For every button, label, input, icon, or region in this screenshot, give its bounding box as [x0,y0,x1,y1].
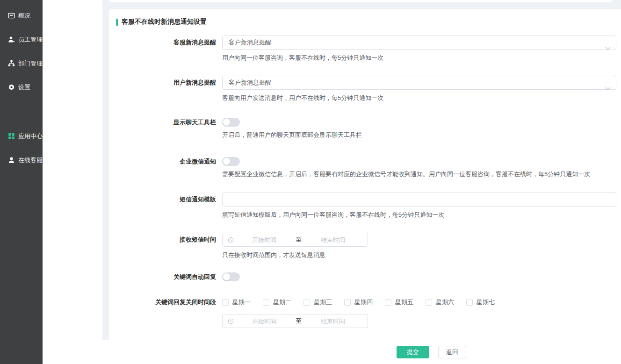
department-icon [7,60,15,67]
checkbox-thursday[interactable]: 星期四 [344,298,373,307]
settings-card: 客服不在线时新消息通知设置 客服新消息提醒 客户新消息提醒 用户向同一位客服咨询… [109,9,621,340]
wecom-notify-switch[interactable] [222,157,240,166]
field-label: 接收短信时间 [109,233,216,247]
app-grid-icon [7,133,15,140]
checkbox-monday[interactable]: 星期一 [222,298,251,307]
sidebar-item-label: 员工管理 [18,36,43,44]
start-time-input[interactable] [234,236,295,243]
checkbox-label: 星期一 [232,298,251,307]
field-helper: 填写短信通知模版后，用户向同一位客服咨询，客服不在线时，每5分钟只通知一次 [222,211,616,219]
agent-new-message-select[interactable]: 客户新消息提醒 [222,36,616,50]
section-title: 客服不在线时新消息通知设置 [116,18,621,26]
checkbox-sunday[interactable]: 星期七 [466,298,495,307]
field-helper: 只在接收时间范围内，才发送短息消息 [222,251,616,259]
field-label: 用户新消息提醒 [109,76,216,90]
checkbox-label: 星期三 [314,298,332,307]
sidebar-item-departments[interactable]: 部门管理 [0,51,43,75]
checkbox-box [303,299,310,306]
checkbox-friday[interactable]: 星期五 [385,298,413,307]
checkbox-box [344,299,351,306]
start-time-input[interactable] [234,318,295,325]
keyword-autoreply-switch[interactable] [222,272,240,281]
checkbox-label: 星期六 [436,298,454,307]
form-row-keyword-close-period: 关键词回复关闭时间段 星期一 星期二 星期三 星期四 星期五 星期六 星期七 [109,298,621,328]
switch-knob [223,158,230,165]
main-sidebar: 概况 员工管理 部门管理 设置 [0,0,43,364]
sidebar-item-app-center[interactable]: 应用中心 [0,124,43,148]
field-helper: 开启后，普通用户的聊天页面底部会显示聊天工具栏 [222,131,616,139]
clock-icon [228,318,234,324]
section-title-text: 客服不在线时新消息通知设置 [122,18,207,26]
gear-icon [7,84,15,91]
field-label: 客服新消息提醒 [109,36,216,50]
sidebar-item-overview[interactable]: 概况 [0,4,43,28]
form-row-wecom-notify: 企业微信通知 需要配置企业微信信息，开启后，客服要有对应的企业微信号才能收到通知… [109,157,621,178]
sidebar-item-label: 应用中心 [18,132,43,141]
keyword-time-range-picker[interactable]: 至 [222,314,368,328]
checkbox-tuesday[interactable]: 星期二 [263,298,291,307]
submit-button[interactable]: 提交 [397,346,429,358]
sms-template-input[interactable] [222,193,616,207]
checkbox-label: 星期四 [354,298,373,307]
checkbox-label: 星期七 [477,298,495,307]
range-separator: 至 [295,236,303,244]
section-accent-bar [116,19,118,26]
form-row-show-chat-toolbar: 显示聊天工具栏 开启后，普通用户的聊天页面底部会显示聊天工具栏 [109,118,621,139]
field-label: 短信通知模版 [109,193,216,207]
switch-knob [223,119,230,126]
chevron-down-icon [605,82,611,95]
form-row-sms-receive-time: 接收短信时间 至 只在接收时间范围内，才发送短息消息 [109,233,621,259]
footer-action-bar: 提交 返回 [102,340,621,364]
field-label: 显示聊天工具栏 [109,118,216,127]
chart-icon [7,12,15,20]
page: 概况 员工管理 部门管理 设置 [0,0,621,364]
clock-icon [228,237,234,243]
field-helper: 需要配置企业微信信息，开启后，客服要有对应的企业微信号才能收到通知。用户向同一位… [222,170,616,178]
workspace: 客服不在线时新消息通知设置 客服新消息提醒 客户新消息提醒 用户向同一位客服咨询… [102,0,621,364]
sidebar-item-label: 部门管理 [18,59,43,68]
field-label: 关键词自动回复 [109,272,216,281]
range-separator: 至 [295,317,303,325]
form-row-user-new-message: 用户新消息提醒 客户新消息提醒 客服向用户发送消息时，用户不在线时，每5分钟只通… [109,76,621,102]
top-card-edge [109,0,613,2]
sidebar-item-label: 在线客服 [18,156,43,164]
select-value: 客户新消息提醒 [229,39,271,46]
form-row-sms-template: 短信通知模版 填写短信通知模版后，用户向同一位客服咨询，客服不在线时，每5分钟只… [109,193,621,219]
checkbox-box [466,299,473,306]
sms-time-range-picker[interactable]: 至 [222,233,368,247]
field-label: 关键词回复关闭时间段 [109,298,216,307]
user-new-message-select[interactable]: 客户新消息提醒 [222,76,616,90]
sidebar-item-label: 设置 [18,83,30,92]
end-time-input[interactable] [303,318,363,325]
field-helper: 客服向用户发送消息时，用户不在线时，每5分钟只通知一次 [222,94,616,102]
checkbox-box [385,299,391,306]
end-time-input[interactable] [303,236,363,243]
field-label: 企业微信通知 [109,157,216,166]
form-row-keyword-autoreply: 关键词自动回复 [109,272,621,281]
show-chat-toolbar-switch[interactable] [222,118,240,127]
select-value: 客户新消息提醒 [229,79,271,86]
secondary-panel [43,0,102,364]
checkbox-saturday[interactable]: 星期六 [426,298,454,307]
checkbox-label: 星期五 [395,298,413,307]
sidebar-item-settings[interactable]: 设置 [0,75,43,99]
chevron-down-icon [605,42,611,55]
agent-icon [7,157,15,164]
weekday-checkbox-group: 星期一 星期二 星期三 星期四 星期五 星期六 星期七 [222,298,616,307]
employee-icon [7,36,15,43]
sidebar-item-employees[interactable]: 员工管理 [0,28,43,51]
checkbox-box [263,299,269,306]
sidebar-item-label: 概况 [18,12,30,20]
checkbox-label: 星期二 [273,298,291,307]
checkbox-box [426,299,432,306]
form-row-agent-new-message: 客服新消息提醒 客户新消息提醒 用户向同一位客服咨询，客服不在线时，每5分钟只通… [109,36,621,62]
field-helper: 用户向同一位客服咨询，客服不在线时，每5分钟只通知一次 [222,54,616,62]
switch-knob [223,273,230,280]
sidebar-item-online-service[interactable]: 在线客服 [0,148,43,172]
back-button[interactable]: 返回 [438,346,466,358]
checkbox-wednesday[interactable]: 星期三 [303,298,332,307]
checkbox-box [222,299,229,306]
